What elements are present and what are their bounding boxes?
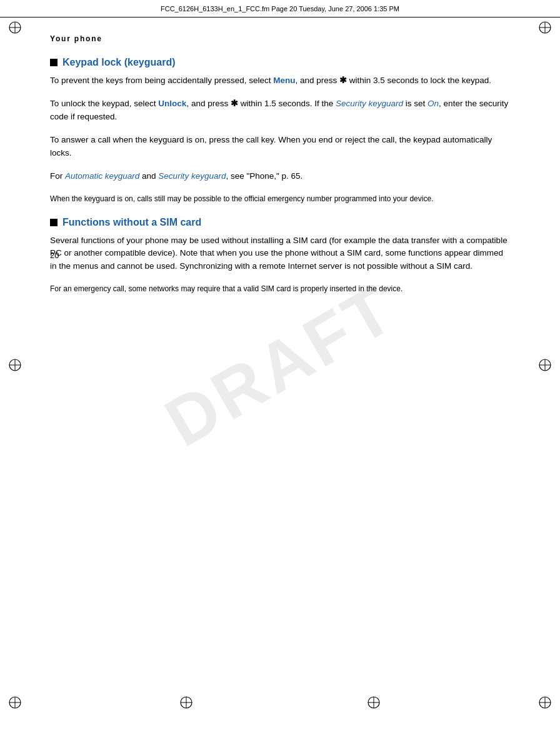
corner-mark-ml	[6, 356, 24, 374]
section1-para2-link1: Unlock	[158, 99, 186, 108]
section1: Keypad lock (keyguard) To prevent the ke…	[50, 57, 510, 204]
page-number: 20	[50, 251, 59, 260]
content-area: Your phone Keypad lock (keyguard) To pre…	[50, 34, 510, 696]
section1-para4-text1: For	[50, 171, 65, 181]
section1-para2-text1: To unlock the keypad, select	[50, 99, 158, 108]
section1-para2-link2: Security keyguard	[336, 99, 403, 108]
section1-para2: To unlock the keypad, select Unlock, and…	[50, 98, 510, 124]
corner-mark-bl	[6, 694, 24, 711]
section2: Functions without a SIM card Several fun…	[50, 217, 510, 295]
section1-bullet	[50, 59, 58, 66]
section1-para2-text3: within 1.5 seconds. If the	[238, 99, 336, 108]
section1-para4: For Automatic keyguard and Security keyg…	[50, 170, 510, 183]
section1-para5: When the keyguard is on, calls still may…	[50, 193, 510, 204]
section1-para2-text4: is set	[403, 99, 428, 108]
corner-mark-br	[536, 694, 554, 711]
section1-para2-link3: On	[428, 99, 439, 108]
corner-mark-mr	[536, 356, 554, 374]
section2-title: Functions without a SIM card	[62, 217, 201, 228]
corner-mark-bml	[178, 694, 195, 711]
section1-para1-link1: Menu	[273, 76, 295, 85]
section2-header: Functions without a SIM card	[50, 217, 510, 228]
section1-para1-text3: within 3.5 seconds to lock the keypad.	[347, 76, 491, 85]
section1-para4-link1: Automatic keyguard	[65, 171, 139, 181]
section1-para3: To answer a call when the keyguard is on…	[50, 134, 510, 160]
section2-bullet	[50, 219, 58, 226]
section1-para1: To prevent the keys from being accidenta…	[50, 74, 510, 88]
section1-header: Keypad lock (keyguard)	[50, 57, 510, 68]
section1-para1-text1: To prevent the keys from being accidenta…	[50, 76, 273, 85]
top-bar-text: FCC_6126H_6133H_en_1_FCC.fm Page 20 Tues…	[161, 5, 399, 12]
section1-para4-text2: and	[139, 171, 158, 181]
section1-para2-asterisk: ✱	[231, 99, 238, 108]
corner-mark-tl	[6, 19, 24, 36]
section1-para1-text2: , and press	[295, 76, 339, 85]
corner-mark-bmr	[365, 694, 382, 711]
section2-para1: Several functions of your phone may be u…	[50, 234, 510, 274]
section2-para2: For an emergency call, some networks may…	[50, 283, 510, 294]
chapter-title: Your phone	[50, 34, 510, 43]
section1-para1-asterisk: ✱	[339, 76, 347, 85]
top-bar: FCC_6126H_6133H_en_1_FCC.fm Page 20 Tues…	[0, 0, 560, 18]
section1-para4-text3: , see "Phone," p. 65.	[226, 171, 302, 181]
page: FCC_6126H_6133H_en_1_FCC.fm Page 20 Tues…	[0, 0, 560, 730]
section1-para2-text2: , and press	[186, 99, 231, 108]
section1-para4-link2: Security keyguard	[158, 171, 226, 181]
corner-mark-tr	[536, 19, 554, 36]
section1-title: Keypad lock (keyguard)	[62, 57, 176, 68]
